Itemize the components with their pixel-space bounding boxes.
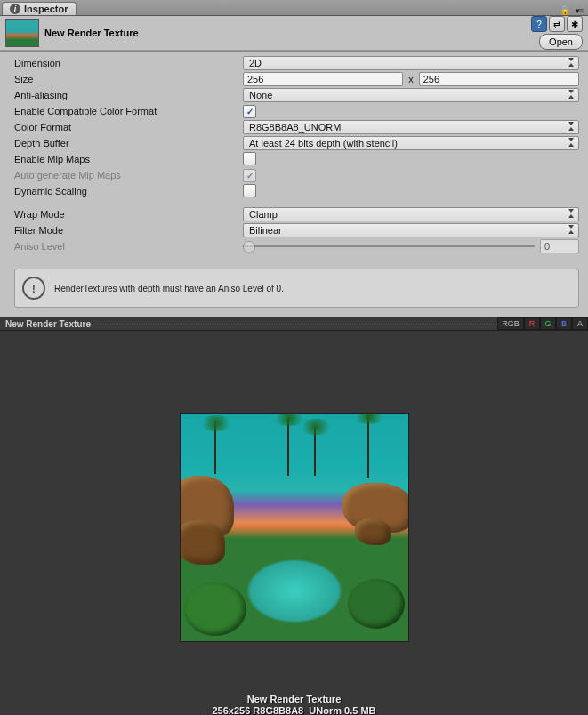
asset-thumbnail[interactable] <box>5 19 39 47</box>
tab-inspector[interactable]: i Inspector <box>2 2 77 15</box>
channel-a-button[interactable]: A <box>572 317 588 330</box>
info-box: ! RenderTextures with depth must have an… <box>14 269 579 308</box>
label-color-format: Color Format <box>14 122 243 133</box>
asset-header: New Render Texture ? ⇄ ✱ Open <box>0 16 588 51</box>
info-icon: i <box>10 4 20 14</box>
preview-title: New Render Texture <box>0 319 96 329</box>
label-size: Size <box>14 74 243 84</box>
label-aniso: Aniso Level <box>14 241 243 252</box>
texture-preview[interactable]: New Render Texture 256x256 R8G8B8A8_UNor… <box>0 331 588 715</box>
label-filter-mode: Filter Mode <box>14 225 243 236</box>
label-enable-compat: Enable Compatible Color Format <box>14 106 243 116</box>
info-message: RenderTextures with depth must have an A… <box>54 284 284 293</box>
lock-icon[interactable]: 🔒 <box>560 5 570 15</box>
channel-b-button[interactable]: B <box>556 317 572 330</box>
asset-name[interactable]: New Render Texture <box>44 28 531 38</box>
channel-r-button[interactable]: R <box>524 317 540 330</box>
tab-menu-icon[interactable]: ▾≡ <box>576 6 583 15</box>
preset-icon[interactable]: ⇄ <box>549 16 565 32</box>
label-wrap-mode: Wrap Mode <box>14 209 243 220</box>
filter-mode-dropdown[interactable]: Bilinear <box>243 223 579 237</box>
auto-mip-checkbox <box>243 169 256 182</box>
aniso-slider <box>243 240 535 253</box>
texture-image <box>181 414 408 641</box>
aniso-value: 0 <box>540 239 579 253</box>
label-dynamic-scaling: Dynamic Scaling <box>14 186 243 197</box>
depth-buffer-dropdown[interactable]: At least 24 bits depth (with stencil) <box>243 136 579 150</box>
open-button[interactable]: Open <box>539 34 583 50</box>
preview-footer-info: 256x256 R8G8B8A8_UNorm 0.5 MB <box>0 705 588 715</box>
help-icon[interactable]: ? <box>531 16 547 32</box>
label-anti-aliasing: Anti-aliasing <box>14 90 243 100</box>
channel-buttons: RGB R G B A <box>497 317 588 330</box>
header-icons: ? ⇄ ✱ Open <box>531 16 583 50</box>
color-format-dropdown[interactable]: R8G8B8A8_UNORM <box>243 120 579 134</box>
anti-aliasing-dropdown[interactable]: None <box>243 88 579 102</box>
channel-g-button[interactable]: G <box>540 317 556 330</box>
label-dimension: Dimension <box>14 58 243 68</box>
properties-panel: Dimension 2D Size 256 x 256 Anti-aliasin… <box>0 52 588 263</box>
tab-bar: i Inspector 🔒 ▾≡ <box>0 0 588 16</box>
settings-gear-icon[interactable]: ✱ <box>567 16 583 32</box>
label-enable-mip: Enable Mip Maps <box>14 154 243 165</box>
preview-footer: New Render Texture 256x256 R8G8B8A8_UNor… <box>0 694 588 715</box>
info-icon: ! <box>22 277 45 300</box>
wrap-mode-dropdown[interactable]: Clamp <box>243 207 579 221</box>
label-auto-mip: Auto generate Mip Maps <box>14 170 243 181</box>
label-depth-buffer: Depth Buffer <box>14 138 243 149</box>
preview-separator <box>96 324 497 325</box>
dimension-dropdown[interactable]: 2D <box>243 56 579 70</box>
dynamic-scaling-checkbox[interactable] <box>243 184 256 197</box>
tab-right: 🔒 ▾≡ <box>77 5 588 15</box>
preview-header[interactable]: New Render Texture RGB R G B A <box>0 317 588 331</box>
size-separator: x <box>408 74 414 84</box>
enable-compat-checkbox[interactable] <box>243 105 256 118</box>
size-width-input[interactable]: 256 <box>243 72 403 86</box>
enable-mip-checkbox[interactable] <box>243 152 256 165</box>
size-height-input[interactable]: 256 <box>419 72 579 86</box>
preview-footer-name: New Render Texture <box>0 694 588 705</box>
channel-rgb-button[interactable]: RGB <box>497 317 524 330</box>
tab-label: Inspector <box>24 4 68 14</box>
